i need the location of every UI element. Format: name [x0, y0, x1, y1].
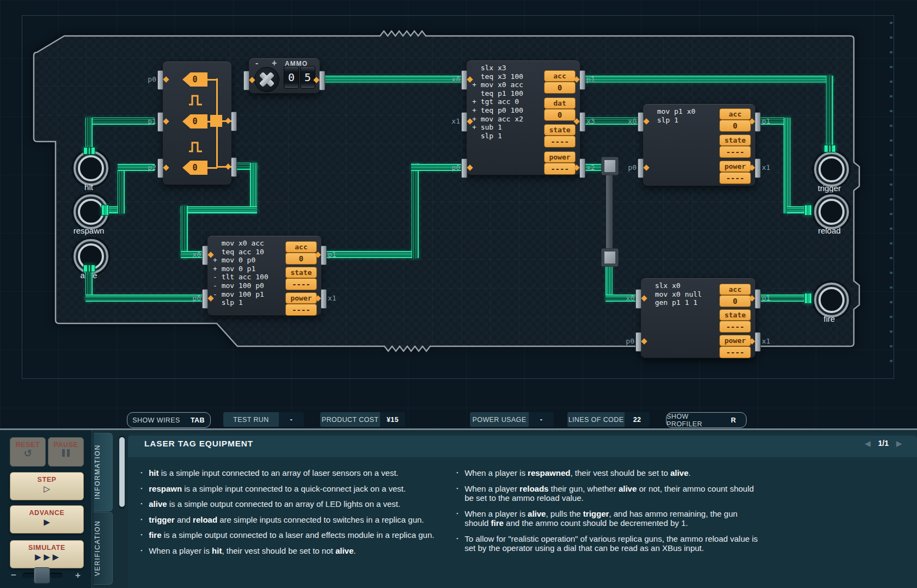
info-column-right: ▪When a player is respawned, their vest … [456, 468, 769, 559]
chip-fire-pin-p1[interactable] [755, 289, 761, 309]
step-button[interactable]: STEP ▷ [10, 472, 84, 500]
vest-pin-p2[interactable] [157, 158, 163, 178]
speed-plus-label[interactable]: + [75, 570, 81, 581]
chip-main-pin-p0[interactable] [461, 158, 467, 178]
chip-main-pin-x2[interactable] [579, 158, 585, 178]
vest-pin-x[interactable] [231, 157, 237, 177]
terminal-label-respawn: respawn [51, 226, 127, 235]
ammo-dial-part[interactable]: -+AMMO05 [248, 58, 320, 94]
wire-connector [804, 293, 812, 304]
chip-fire-code[interactable]: slx x0 mov x0 null gen p1 1 1 [646, 281, 702, 307]
register-value-state: ---- [285, 278, 317, 290]
chip-vest-logic-pin-p1[interactable] [321, 246, 327, 265]
chip-fire-pin-x1[interactable] [755, 332, 761, 352]
chip-main-pin-x0[interactable] [461, 70, 467, 90]
pin-label-x0: x0 [441, 75, 460, 83]
chip-vest-logic-code[interactable]: mov x0 acc teq acc 10 + mov 0 p0 + mov 0… [213, 239, 268, 307]
chip-reload-reader-pin-p1[interactable] [755, 112, 761, 132]
vest-sensor-icon: 0 [182, 114, 207, 128]
info-scrollbar-thumb[interactable] [119, 437, 125, 507]
chip-vest-logic[interactable]: mov x0 acc teq acc 10 + mov 0 p0 + mov 0… [207, 235, 322, 316]
register-label-state: state [719, 309, 751, 321]
ammo-pin-x[interactable] [243, 71, 249, 90]
chip-reload-reader-pin-x0[interactable] [638, 112, 644, 132]
shenzhen-io-window: hitrespawnalivetriggerreloadfire mov x0 … [0, 0, 917, 588]
speed-minus-label[interactable]: − [11, 570, 16, 581]
chip-vest-logic-pin-p0[interactable] [202, 289, 208, 309]
chip-vest-logic-pin-x0[interactable] [202, 246, 208, 265]
circuit-board[interactable] [0, 0, 917, 414]
ammo-knob[interactable] [254, 67, 279, 92]
vest-pin-x[interactable] [231, 112, 237, 131]
vest-pin-p0[interactable] [157, 70, 163, 90]
bullet-text: trigger and reload are simple inputs con… [149, 515, 424, 525]
vest-part[interactable]: p0p1p2000 [162, 61, 232, 185]
vest-pin-p1[interactable] [157, 112, 163, 132]
page-next-icon[interactable]: ▶ [896, 439, 902, 448]
tab-verification[interactable]: VERIFICATION [94, 512, 113, 585]
chip-main[interactable]: slx x3 teq x3 100 + mov x0 acc teq p1 10… [466, 60, 580, 175]
info-bullet: ▪fire is a simple output connected to a … [140, 530, 454, 540]
pin-label-x0: x0 [181, 250, 201, 259]
chip-fire-pin-p0[interactable] [635, 332, 641, 352]
status-label: POWER USAGE [470, 412, 529, 427]
status-product-cost: PRODUCT COST¥15 [320, 412, 405, 427]
chip-main-pin-p1[interactable] [579, 70, 585, 90]
pin-label-p1: p1 [586, 75, 606, 83]
status-value: ¥15 [380, 412, 405, 427]
step-label: STEP [10, 476, 83, 483]
reset-icon: ↺ [10, 448, 45, 459]
register-label-acc: acc [285, 241, 317, 253]
advance-button[interactable]: ADVANCE ▶ [10, 505, 84, 534]
register-value-state: ---- [544, 136, 576, 148]
pin-indicator [163, 164, 169, 170]
pin-label-x0: x0 [615, 294, 634, 302]
terminal-hit [74, 151, 108, 186]
pin-label-p0: p0 [181, 294, 201, 302]
chip-main-pin-x3[interactable] [579, 112, 585, 132]
chip-reload-reader-pin-p0[interactable] [638, 158, 644, 178]
chip-reload-reader-pin-x1[interactable] [755, 158, 761, 178]
chip-reload-reader[interactable]: mov p1 x0 slp 1acc0state----power----x0p… [643, 103, 756, 186]
ammo-digit-wheel: 5 [300, 66, 315, 89]
register-value-state: ---- [719, 321, 751, 333]
bullet-icon: ▪ [140, 530, 142, 540]
info-bullet: ▪When a player is alive, pulls the trigg… [456, 509, 769, 528]
chip-fire[interactable]: slx x0 mov x0 null gen p1 1 1acc0state--… [640, 278, 756, 358]
speed-slider-handle[interactable] [34, 567, 50, 584]
bridge-jumper-bottom[interactable] [601, 248, 619, 267]
chip-reload-reader-code[interactable]: mov p1 x0 slp 1 [649, 107, 695, 124]
status-show-profiler[interactable]: SHOW PROFILERR [666, 412, 747, 428]
pulse-wave-icon [188, 93, 203, 108]
wire-connector [83, 147, 95, 155]
page-prev-icon[interactable]: ◀ [865, 439, 871, 448]
terminal-trigger [814, 152, 849, 187]
reset-button[interactable]: RESET ↺ [10, 437, 46, 467]
pin-label-x1: x1 [762, 337, 781, 345]
bullet-text: When a player reloads their gun, whether… [464, 484, 761, 503]
status-show-wires[interactable]: SHOW WIRESTAB [127, 412, 211, 428]
register-value-acc: 0 [719, 295, 751, 307]
register-value-acc: 0 [719, 120, 751, 132]
bullet-text: To allow for "realistic operation" of va… [464, 534, 761, 553]
simulate-button[interactable]: SIMULATE ▶ ▶ ▶ [10, 540, 84, 568]
status-label: SHOW WIRES [127, 413, 185, 427]
register-value-power: ---- [719, 346, 751, 358]
chip-vest-logic-pin-x1[interactable] [321, 289, 327, 309]
register-label-state: state [285, 267, 317, 278]
register-label-acc: acc [719, 108, 751, 120]
pause-button[interactable]: PAUSE [48, 437, 84, 467]
info-bullet: ▪When a player is hit, their vest should… [140, 546, 454, 556]
status-label: PRODUCT COST [320, 412, 380, 427]
pin-label-p1: p1 [762, 294, 781, 302]
chip-main-pin-x1[interactable] [461, 112, 467, 132]
chip-main-code[interactable]: slx x3 teq x3 100 + mov x0 acc teq p1 10… [472, 64, 523, 140]
chip-fire-pin-x0[interactable] [635, 289, 641, 309]
register-value-power: ---- [719, 172, 751, 184]
register-value-power: ---- [544, 163, 576, 175]
ammo-pin-x[interactable] [319, 71, 325, 90]
register-label-power: power [544, 151, 576, 163]
tab-information[interactable]: INFORMATION [94, 433, 113, 511]
pin-label-p1: p1 [328, 250, 347, 259]
status-value: 22 [625, 412, 650, 427]
